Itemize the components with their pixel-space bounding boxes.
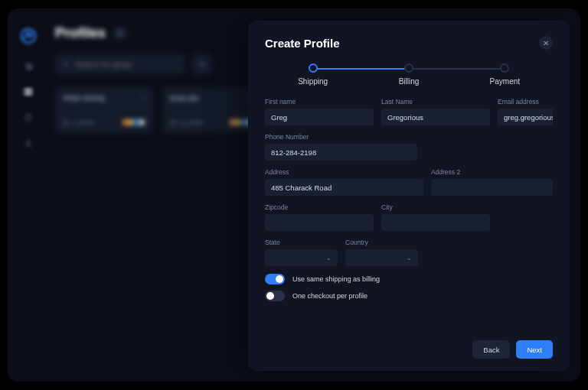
- card-count: ▤ 3 profiles: [170, 119, 203, 126]
- app-frame: Profiles 1 Stripe Issuing ☆ ▤ 1 profiles: [8, 8, 580, 382]
- shipping-form: First name Last Name Email address Phone…: [265, 98, 553, 331]
- svg-point-5: [27, 141, 30, 144]
- back-button[interactable]: Back: [472, 340, 510, 359]
- step-label: Billing: [361, 77, 456, 86]
- step-label: Shipping: [265, 77, 361, 86]
- city-label: City: [381, 203, 490, 211]
- address-label: Address: [265, 168, 423, 176]
- phone-input[interactable]: [265, 144, 417, 161]
- address2-label: Address 2: [431, 168, 553, 176]
- same-shipping-label: Use same shipping as billing: [292, 275, 380, 283]
- zipcode-label: Zipcode: [265, 203, 374, 211]
- chevron-down-icon: ⌄: [407, 255, 412, 262]
- profile-card[interactable]: Stripe Issuing ☆ ▤ 1 profiles: [55, 87, 153, 133]
- card-title: Stripe Issuing: [63, 94, 145, 102]
- address-input[interactable]: [265, 179, 423, 196]
- sidebar: [8, 8, 49, 382]
- cart-icon[interactable]: [23, 60, 34, 71]
- email-label: Email address: [498, 98, 553, 106]
- search-input[interactable]: [75, 60, 178, 69]
- email-input[interactable]: [498, 109, 553, 125]
- user-icon[interactable]: [23, 138, 34, 149]
- phone-label: Phone Number: [265, 133, 417, 141]
- sort-button[interactable]: [191, 54, 213, 75]
- country-label: Country: [345, 239, 418, 246]
- one-checkout-toggle[interactable]: [265, 291, 285, 301]
- profile-count-badge: 1: [113, 28, 127, 39]
- svg-point-1: [27, 68, 28, 70]
- svg-point-2: [30, 68, 31, 70]
- card-avatars: [124, 119, 145, 126]
- next-button[interactable]: Next: [516, 340, 553, 359]
- search-box[interactable]: [55, 54, 185, 75]
- step-payment[interactable]: [457, 63, 553, 73]
- zipcode-input[interactable]: [265, 214, 374, 231]
- country-select[interactable]: ⌄: [345, 249, 418, 266]
- refresh-icon[interactable]: [23, 112, 34, 123]
- search-icon: [63, 60, 70, 68]
- step-label: Payment: [457, 77, 553, 86]
- address2-input[interactable]: [431, 179, 553, 196]
- svg-point-6: [64, 62, 69, 67]
- svg-rect-4: [24, 93, 33, 95]
- first-name-input[interactable]: [265, 109, 374, 125]
- state-select[interactable]: ⌄: [265, 249, 338, 266]
- first-name-label: First name: [265, 98, 374, 106]
- last-name-label: Last Name: [381, 98, 490, 106]
- profiles-icon[interactable]: [23, 86, 34, 97]
- same-shipping-toggle[interactable]: [265, 274, 285, 284]
- city-input[interactable]: [381, 214, 490, 231]
- page-title: Profiles: [55, 25, 106, 41]
- last-name-input[interactable]: [381, 109, 490, 125]
- card-title: poop yep: [170, 94, 253, 102]
- state-label: State: [265, 239, 338, 246]
- stepper: [265, 63, 553, 73]
- svg-rect-3: [24, 89, 33, 91]
- card-count: ▤ 1 profiles: [63, 119, 96, 126]
- close-icon[interactable]: ✕: [539, 36, 553, 50]
- profile-card[interactable]: poop yep ☆ ▤ 3 profiles: [162, 87, 260, 133]
- one-checkout-label: One checkout per profile: [292, 292, 368, 300]
- modal-title: Create Profile: [265, 37, 340, 50]
- create-profile-modal: Create Profile ✕ Shipping Billing Paymen…: [248, 21, 570, 371]
- chevron-down-icon: ⌄: [326, 255, 332, 262]
- star-icon[interactable]: ☆: [140, 93, 146, 101]
- app-logo: [19, 27, 38, 45]
